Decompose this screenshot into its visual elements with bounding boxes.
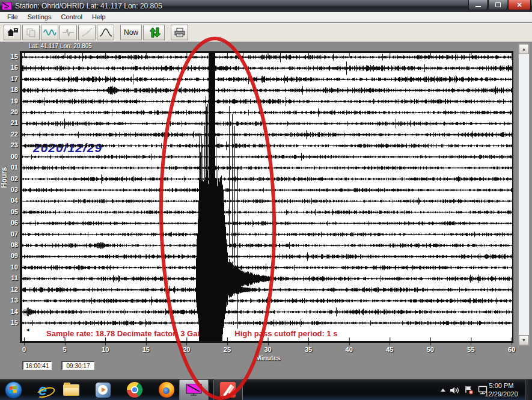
minute-label: 20 (179, 346, 194, 353)
menu-item-control[interactable]: Control (56, 13, 87, 21)
seismogram-plot-area[interactable]: 2020/12/29 Sample rate: 18.78 Decimate f… (20, 51, 513, 343)
clock-date: 12/29/2020 (480, 390, 522, 398)
hour-label: 17 (2, 75, 18, 82)
sine-wave-icon (43, 27, 57, 38)
helicorder-canvas (22, 53, 512, 341)
firefox-button[interactable] (159, 382, 174, 398)
windows-start-icon (5, 381, 22, 399)
minute-tick (349, 343, 350, 345)
copy-button[interactable] (22, 25, 40, 40)
minute-tick (186, 343, 187, 345)
minutes-axis-label: Minutes (250, 354, 286, 362)
lightshot-icon (220, 382, 236, 398)
scrollbar-up-button[interactable]: ▲ (519, 44, 529, 54)
scrollbar-down-button[interactable]: ▼ (519, 335, 529, 345)
file-explorer-button[interactable] (63, 384, 79, 396)
volume-icon[interactable] (450, 386, 460, 395)
lightshot-app-button[interactable] (213, 380, 243, 400)
load-button[interactable] (4, 25, 21, 40)
clock-time: 5:00 PM (480, 381, 522, 390)
menubar: FileSettingsControlHelp (0, 12, 532, 22)
restore-button[interactable] (488, 0, 507, 10)
hour-label: 21 (2, 119, 18, 126)
seismograph-app-button[interactable] (179, 380, 209, 400)
titlebar[interactable]: Station: Ohrid/OHRID Lat: 41.117 Lon: 20… (0, 0, 532, 12)
hour-label: 15 (2, 53, 18, 60)
hour-label: 07 (2, 230, 18, 238)
minute-label: 55 (463, 346, 478, 353)
hour-label: 04 (2, 197, 18, 204)
minute-label: 5 (57, 346, 73, 353)
minute-tick (430, 343, 431, 345)
now-button[interactable]: Now (120, 25, 142, 40)
helicorder-panel: Lat: 41.117 Lon: 20.805 Hours 1516171819… (0, 42, 532, 379)
minute-label: 15 (138, 346, 154, 353)
hour-label: 11 (2, 274, 18, 282)
impulse-button[interactable] (60, 25, 77, 40)
menu-item-settings[interactable]: Settings (23, 13, 57, 21)
hour-label: 22 (2, 131, 18, 138)
media-player-icon (96, 383, 111, 398)
hour-label: 00 (2, 153, 18, 160)
menu-item-file[interactable]: File (2, 13, 23, 21)
hour-label: 18 (2, 86, 18, 93)
minute-tick (471, 343, 471, 345)
show-desktop-button[interactable] (525, 380, 532, 400)
close-icon: ✕ (516, 2, 522, 8)
minute-label: 40 (341, 346, 357, 353)
minimize-button[interactable] (468, 0, 488, 10)
hidden-icons-arrow[interactable] (441, 389, 445, 392)
hour-label: 13 (2, 297, 18, 304)
hour-label: 19 (2, 97, 18, 105)
scroll-updown-button[interactable] (143, 25, 165, 40)
minute-label: 0 (16, 346, 32, 353)
chrome-button[interactable] (127, 382, 142, 398)
hour-label: 15 (2, 319, 18, 326)
hour-label: 03 (2, 186, 18, 193)
close-button[interactable]: ✕ (508, 0, 531, 10)
folder-icon (63, 384, 79, 396)
waveform-button[interactable] (41, 25, 58, 40)
minimize-icon (475, 6, 481, 7)
media-player-button[interactable] (96, 383, 111, 398)
hour-label: 02 (2, 175, 18, 182)
ramp-p-icon: P (81, 27, 94, 38)
hour-label: 01 (2, 164, 18, 171)
hour-label: 16 (2, 64, 18, 71)
time-readout-right: 09:30:17 (61, 361, 94, 370)
hour-label: 06 (2, 219, 18, 226)
hour-label: 14 (2, 308, 18, 315)
vertical-scrollbar[interactable]: ▲ ▼ (518, 43, 530, 346)
menu-item-help[interactable]: Help (87, 13, 111, 21)
hour-label: 10 (2, 263, 18, 271)
minute-tick (512, 343, 512, 345)
hour-label: 23 (2, 141, 18, 149)
impulse-icon (62, 27, 75, 38)
hour-label: 09 (2, 252, 18, 259)
action-center-flag-icon[interactable] (464, 386, 474, 395)
chrome-icon (127, 382, 142, 398)
window-title: Station: Ohrid/OHRID Lat: 41.117 Lon: 20… (15, 2, 162, 10)
copy-icon (25, 27, 37, 38)
up-down-arrows-icon (146, 26, 162, 38)
print-button[interactable] (171, 25, 188, 40)
internet-explorer-button[interactable]: e (38, 383, 47, 398)
taskbar-clock[interactable]: 5:00 PM 12/29/2020 (480, 381, 522, 398)
response-button[interactable]: P (78, 25, 96, 40)
bell-curve-icon (99, 27, 112, 38)
eject-disk-icon (7, 27, 19, 38)
minute-tick (146, 343, 147, 345)
minute-tick (24, 343, 25, 345)
minute-label: 50 (423, 346, 438, 353)
restore-icon (495, 2, 501, 7)
printer-icon (174, 27, 186, 38)
hour-label: 05 (2, 208, 18, 215)
firefox-icon (159, 382, 174, 398)
time-readout-left: 16:00:41 (22, 361, 52, 370)
minute-label: 45 (382, 346, 397, 353)
minute-label: 60 (504, 346, 519, 353)
minute-label: 30 (260, 346, 276, 353)
gaussian-button[interactable] (97, 25, 114, 40)
minute-tick (268, 343, 269, 345)
start-button[interactable] (5, 381, 22, 399)
